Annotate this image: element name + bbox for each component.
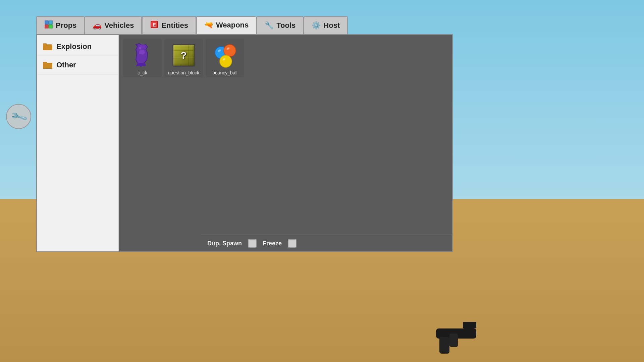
tab-props-label: Props <box>56 21 76 30</box>
grid-item-c-ck[interactable]: c_ck <box>123 39 162 77</box>
grid-items-container: c_ck ? question_block <box>123 39 448 77</box>
gun-hand <box>416 295 483 362</box>
svg-rect-7 <box>49 25 52 28</box>
sidebar-item-other[interactable]: Other <box>37 56 118 74</box>
svg-text:E: E <box>153 22 156 27</box>
tab-entities[interactable]: E Entities <box>142 16 196 34</box>
sidebar-item-explosion[interactable]: Explosion <box>37 38 118 56</box>
tools-icon: 🔧 <box>265 21 274 30</box>
svg-rect-6 <box>45 25 48 28</box>
grid-item-bouncy-ball[interactable]: bouncy_ball <box>206 39 244 77</box>
tab-host[interactable]: ⚙️ Host <box>304 16 348 34</box>
tab-weapons[interactable]: 🔫 Weapons <box>196 16 257 34</box>
freeze-checkbox[interactable] <box>288 239 297 248</box>
tab-vehicles[interactable]: 🚗 Vehicles <box>85 16 142 34</box>
grid-item-question-block[interactable]: ? question_block <box>164 39 203 77</box>
item-grid: c_ck ? question_block <box>119 35 452 251</box>
tab-tools[interactable]: 🔧 Tools <box>257 16 304 34</box>
weapons-icon: 🔫 <box>204 21 213 29</box>
tab-weapons-label: Weapons <box>216 21 249 29</box>
svg-rect-2 <box>439 337 449 354</box>
grid-item-bouncy-ball-label: bouncy_ball <box>212 70 237 75</box>
grid-item-question-block-label: question_block <box>168 70 199 75</box>
tools-overlay-button[interactable]: 🔧 <box>6 104 31 129</box>
tab-host-label: Host <box>323 21 340 30</box>
tab-vehicles-label: Vehicles <box>104 21 134 30</box>
host-icon: ⚙️ <box>312 21 321 30</box>
bottom-bar: Dup. Spawn Freeze <box>201 235 452 251</box>
svg-rect-1 <box>463 322 476 328</box>
main-panel: Props 🚗 Vehicles E Entities 🔫 Weapons 🔧 <box>36 16 453 257</box>
sidebar-item-other-label: Other <box>56 61 76 69</box>
grid-item-question-block-visual: ? <box>170 42 197 69</box>
grid-item-c-ck-label: c_ck <box>138 70 147 75</box>
svg-rect-5 <box>49 21 52 24</box>
dup-spawn-checkbox[interactable] <box>248 239 257 248</box>
tab-tools-label: Tools <box>276 21 296 30</box>
tab-props[interactable]: Props <box>36 16 85 34</box>
entities-icon: E <box>150 20 159 31</box>
vehicles-icon: 🚗 <box>93 21 102 30</box>
dup-spawn-label: Dup. Spawn <box>207 240 242 247</box>
svg-rect-4 <box>45 21 48 24</box>
grid-item-bouncy-ball-visual <box>212 42 238 69</box>
grid-item-c-ck-visual <box>129 42 156 69</box>
sidebar: Explosion Other <box>37 35 119 251</box>
folder-icon-explosion <box>43 43 52 50</box>
tab-bar: Props 🚗 Vehicles E Entities 🔫 Weapons 🔧 <box>36 16 453 34</box>
content-area: Explosion Other <box>36 34 453 252</box>
tab-entities-label: Entities <box>161 21 188 30</box>
sidebar-item-explosion-label: Explosion <box>56 42 92 51</box>
svg-rect-3 <box>449 334 458 347</box>
freeze-label: Freeze <box>263 240 282 247</box>
folder-icon-other <box>43 61 52 69</box>
props-icon <box>44 20 53 31</box>
svg-point-15 <box>220 55 232 67</box>
svg-point-13 <box>224 45 236 57</box>
